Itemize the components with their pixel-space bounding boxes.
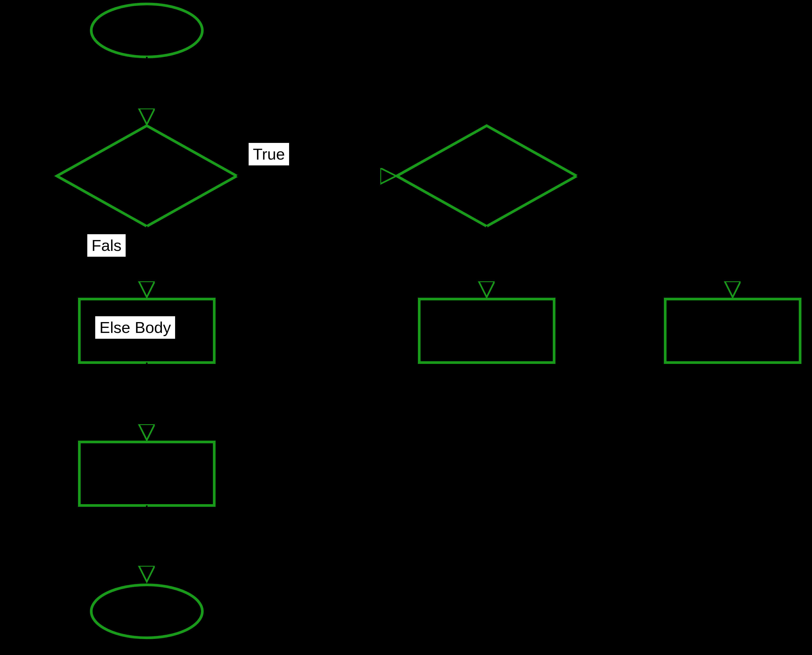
true-label: True	[249, 143, 289, 165]
decision1-node	[57, 126, 237, 226]
false-label: Fals	[87, 234, 126, 257]
start-node	[91, 4, 202, 57]
end-node	[91, 585, 202, 638]
process2-node	[419, 299, 554, 363]
process4-node	[79, 442, 214, 506]
else-body-label: Else Body	[95, 316, 175, 339]
decision2-node	[397, 126, 577, 226]
process3-node	[665, 299, 800, 363]
